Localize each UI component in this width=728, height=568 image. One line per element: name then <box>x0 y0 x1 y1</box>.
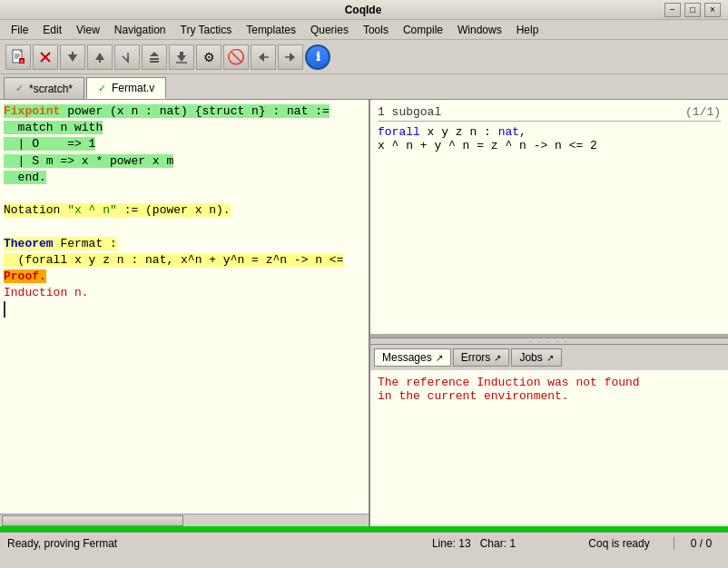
right-pane: 1 subgoal (1/1) forall x y z n : nat, x … <box>370 100 728 526</box>
menu-windows[interactable]: Windows <box>450 22 509 38</box>
svg-marker-21 <box>290 53 295 62</box>
tab-jobs-label: Jobs <box>519 351 542 364</box>
menu-view[interactable]: View <box>69 22 107 38</box>
char-value: 1 <box>509 537 516 550</box>
tab-errors-label: Errors <box>461 351 491 364</box>
svg-marker-13 <box>150 52 159 56</box>
editor-line-9: Theorem Fermat : <box>4 236 365 252</box>
run-all-button[interactable] <box>142 44 167 70</box>
tab-check-icon: ✓ <box>15 83 24 94</box>
menu-try-tactics[interactable]: Try Tactics <box>173 22 240 38</box>
menu-compile[interactable]: Compile <box>396 22 450 38</box>
svg-marker-10 <box>95 53 104 60</box>
tab-messages-label: Messages <box>382 351 432 364</box>
tab-scratch-label: *scratch* <box>29 83 73 95</box>
tab-bar: ✓ *scratch* ✓ Fermat.v <box>0 74 728 100</box>
svg-rect-17 <box>180 52 183 57</box>
messages-tab-bar: Messages ↗ Errors ↗ Jobs ↗ <box>370 345 728 370</box>
messages-pane: Messages ↗ Errors ↗ Jobs ↗ The reference… <box>370 345 728 526</box>
main-area: Fixpoint power (x n : nat) {struct n} : … <box>0 100 728 526</box>
new-file-button[interactable]: × <box>5 44 31 70</box>
errors-arrow-icon[interactable]: ↗ <box>494 353 501 363</box>
svg-rect-15 <box>150 61 159 63</box>
subgoal-index: (1/1) <box>685 105 721 119</box>
tab-jobs[interactable]: Jobs ↗ <box>511 348 561 367</box>
char-label: Char: <box>480 537 507 550</box>
svg-rect-14 <box>150 58 159 60</box>
editor-line-12: Induction n. <box>4 285 365 301</box>
editor-pane[interactable]: Fixpoint power (x n : nat) {struct n} : … <box>0 100 370 526</box>
editor-line-11: Proof. <box>4 269 365 285</box>
editor-line-6 <box>4 186 365 202</box>
editor-line-5: end. <box>4 170 365 186</box>
error-message: The reference Induction was not foundin … <box>378 376 640 403</box>
goal-count: 0 / 0 <box>674 537 728 550</box>
step-forward-button[interactable] <box>60 44 85 70</box>
editor-line-8 <box>4 219 365 235</box>
svg-marker-8 <box>68 54 77 62</box>
run-to-cursor-button[interactable] <box>114 44 140 70</box>
goal-equation: x ^ n + y ^ n = z ^ n -> n <= 2 <box>378 139 721 152</box>
tab-fermat-check-icon: ✓ <box>98 83 106 94</box>
editor-line-13[interactable] <box>4 301 365 318</box>
minimize-button[interactable]: − <box>664 3 681 17</box>
messages-arrow-icon[interactable]: ↗ <box>436 353 443 363</box>
goal-pane: 1 subgoal (1/1) forall x y z n : nat, x … <box>370 100 728 338</box>
menu-edit[interactable]: Edit <box>35 22 69 38</box>
tab-scratch[interactable]: ✓ *scratch* <box>4 77 84 99</box>
svg-text:×: × <box>20 58 24 64</box>
editor-line-1: Fixpoint power (x n : nat) {struct n} : … <box>4 103 365 120</box>
menu-navigation[interactable]: Navigation <box>107 22 173 38</box>
window-controls[interactable]: − □ × <box>664 3 721 17</box>
status-position: Line: 13 Char: 1 <box>383 537 565 550</box>
tab-fermat[interactable]: ✓ Fermat.v <box>86 77 166 99</box>
titlebar: CoqIde − □ × <box>0 0 728 20</box>
settings-button[interactable]: ⚙ <box>196 44 221 70</box>
svg-marker-19 <box>259 53 264 62</box>
toolbar: × <box>0 40 728 74</box>
line-value: 13 <box>458 537 470 550</box>
jobs-arrow-icon[interactable]: ↗ <box>546 353 554 363</box>
status-ready: Ready, proving Fermat <box>0 537 383 550</box>
close-file-button[interactable] <box>33 44 58 70</box>
menubar: File Edit View Navigation Try Tactics Te… <box>0 20 728 40</box>
tab-errors[interactable]: Errors ↗ <box>453 348 510 367</box>
menu-tools[interactable]: Tools <box>356 22 396 38</box>
editor-line-10: (forall x y z n : nat, x^n + y^n = z^n -… <box>4 252 365 269</box>
menu-queries[interactable]: Queries <box>303 22 356 38</box>
line-label: Line: <box>432 537 456 550</box>
title-label: CoqIde <box>62 4 664 16</box>
editor-scrollbar[interactable] <box>0 514 369 526</box>
step-back-button[interactable] <box>87 44 113 70</box>
editor-line-2: match n with <box>4 120 365 136</box>
editor-line-4: | S m => x * power x m <box>4 153 365 170</box>
goal-forall: forall x y z n : nat, <box>378 125 721 139</box>
coq-status: Coq is ready <box>565 537 674 550</box>
editor-line-7: Notation "x ^ n" := (power x n). <box>4 202 365 219</box>
messages-content: The reference Induction was not foundin … <box>370 370 728 526</box>
maximize-button[interactable]: □ <box>684 3 701 17</box>
about-button[interactable]: ℹ <box>305 44 330 70</box>
download-button[interactable] <box>169 44 194 70</box>
subgoal-count: 1 subgoal (1/1) <box>378 105 721 122</box>
pane-separator[interactable]: · · · · · <box>370 338 728 345</box>
statusbar: Ready, proving Fermat Line: 13 Char: 1 C… <box>0 532 728 553</box>
scrollbar-thumb[interactable] <box>2 515 183 526</box>
menu-file[interactable]: File <box>4 22 35 38</box>
tab-messages[interactable]: Messages ↗ <box>374 348 451 367</box>
back-button[interactable] <box>251 44 276 70</box>
forward-button[interactable] <box>278 44 303 70</box>
editor-line-3: | O => 1 <box>4 136 365 152</box>
tab-fermat-label: Fermat.v <box>112 82 154 94</box>
close-button[interactable]: × <box>704 3 721 17</box>
menu-templates[interactable]: Templates <box>239 22 303 38</box>
stop-button[interactable]: 🚫 <box>223 44 249 70</box>
menu-help[interactable]: Help <box>509 22 546 38</box>
